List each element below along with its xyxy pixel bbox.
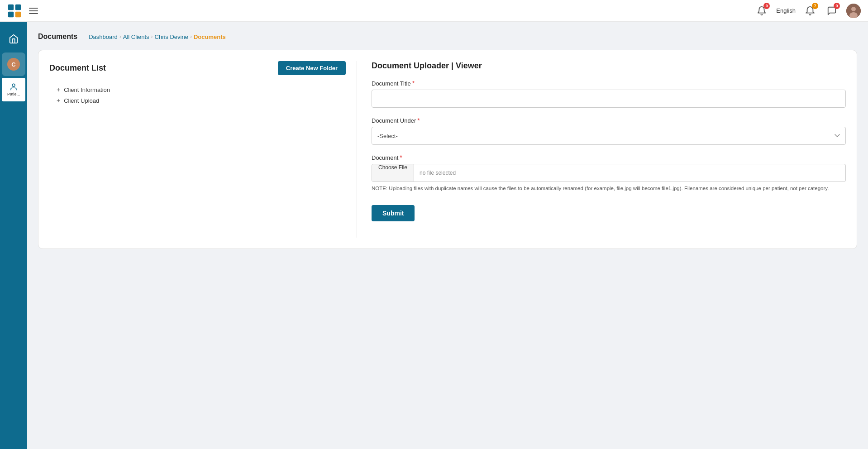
choose-file-button[interactable]: Choose File [372, 164, 414, 182]
bell-icon-btn[interactable]: 7 [803, 4, 817, 18]
card-container: Document List Create New Folder + Client… [38, 50, 857, 249]
document-title-label: Document Title * [372, 80, 846, 87]
breadcrumb-current: Documents [194, 33, 226, 40]
breadcrumb-arrow-2: › [151, 33, 153, 40]
breadcrumb-chris-devine[interactable]: Chris Devine [155, 33, 188, 40]
sidebar: C Patie... [0, 22, 27, 449]
app-logo [7, 4, 22, 18]
document-under-select[interactable]: -Select- Client Information Client Uploa… [372, 127, 846, 145]
doc-list-title: Document List [49, 63, 106, 73]
file-required: * [400, 154, 402, 161]
breadcrumb-arrow-1: › [119, 33, 121, 40]
language-selector[interactable]: English [776, 7, 796, 14]
sidebar-item-client[interactable]: C [2, 53, 25, 76]
sidebar-item-patient[interactable]: Patie... [2, 78, 25, 101]
file-input-wrapper: Choose File no file selected [372, 164, 846, 182]
notification-badge: 0 [763, 3, 770, 9]
svg-point-5 [851, 7, 856, 11]
svg-rect-2 [8, 11, 14, 17]
folder-item-client-information[interactable]: + Client Information [49, 84, 346, 95]
document-title-group: Document Title * [372, 80, 846, 108]
chat-badge: 0 [834, 3, 840, 9]
create-new-folder-button[interactable]: Create New Folder [278, 61, 346, 75]
chat-icon-btn[interactable]: 0 [825, 4, 839, 18]
document-file-label: Document * [372, 154, 846, 161]
main-content: Documents Dashboard › All Clients › Chri… [27, 22, 868, 449]
folder-label: Client Upload [64, 97, 99, 104]
document-under-group: Document Under * -Select- Client Informa… [372, 117, 846, 145]
expand-icon: + [57, 97, 60, 104]
under-required: * [417, 117, 420, 124]
page-title: Documents [38, 33, 77, 41]
title-required: * [412, 80, 415, 87]
document-title-input[interactable] [372, 90, 846, 108]
doc-list-header: Document List Create New Folder [49, 61, 346, 75]
expand-icon: + [57, 86, 60, 93]
document-uploader-panel: Document Uploader | Viewer Document Titl… [368, 61, 846, 238]
document-under-label: Document Under * [372, 117, 846, 124]
client-avatar: C [7, 58, 20, 71]
hamburger-menu[interactable] [27, 6, 40, 16]
upload-note: NOTE: Uploading files with duplicate nam… [372, 185, 846, 192]
breadcrumb-arrow-3: › [190, 33, 192, 40]
language-label: English [776, 7, 796, 14]
folder-list: + Client Information + Client Upload [49, 84, 346, 106]
header-left [7, 4, 40, 18]
breadcrumb-all-clients[interactable]: All Clients [123, 33, 149, 40]
svg-point-7 [12, 84, 15, 86]
layout: C Patie... Documents Dashboard › All Cli… [0, 22, 868, 449]
folder-item-client-upload[interactable]: + Client Upload [49, 95, 346, 106]
user-avatar[interactable] [846, 4, 861, 18]
breadcrumb-divider [83, 33, 83, 41]
patient-label: Patie... [7, 92, 20, 96]
bell-badge: 7 [812, 3, 818, 9]
breadcrumb-dashboard[interactable]: Dashboard [89, 33, 118, 40]
breadcrumb: Documents Dashboard › All Clients › Chri… [38, 33, 857, 41]
document-list-panel: Document List Create New Folder + Client… [49, 61, 357, 238]
uploader-title: Document Uploader | Viewer [372, 61, 846, 71]
sidebar-item-home[interactable] [2, 27, 25, 51]
folder-label: Client Information [64, 86, 110, 93]
svg-rect-3 [15, 11, 21, 17]
submit-button[interactable]: Submit [372, 205, 415, 221]
svg-rect-1 [15, 4, 21, 10]
document-file-group: Document * Choose File no file selected … [372, 154, 846, 192]
notification-icon-btn[interactable]: 0 [754, 4, 769, 18]
file-name-display: no file selected [414, 170, 461, 176]
svg-rect-0 [8, 4, 14, 10]
header-right: 0 English 7 0 [754, 4, 861, 18]
main-header: 0 English 7 0 [0, 0, 868, 22]
